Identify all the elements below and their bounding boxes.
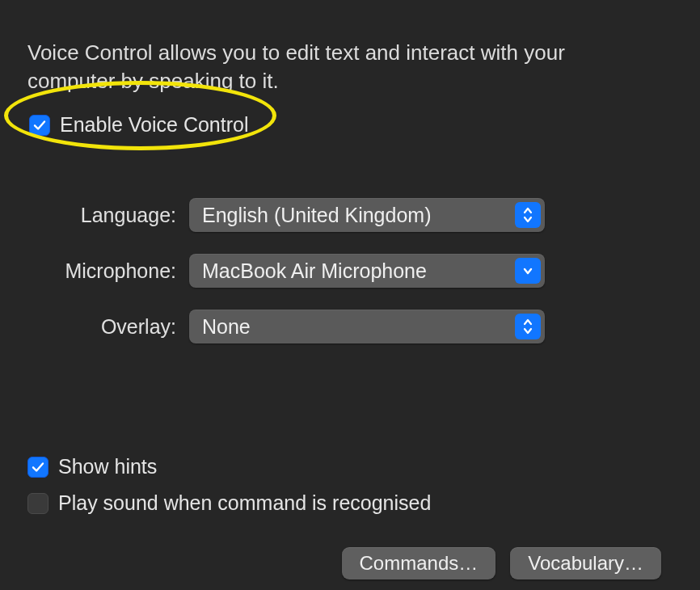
enable-voice-control-row: Enable Voice Control [29, 113, 673, 137]
chevron-down-icon [515, 258, 541, 284]
play-sound-checkbox[interactable] [27, 493, 48, 514]
play-sound-label: Play sound when command is recognised [58, 491, 431, 515]
microphone-row: Microphone: MacBook Air Microphone [27, 254, 673, 288]
updown-icon [515, 202, 541, 228]
overlay-label: Overlay: [27, 315, 189, 339]
language-row: Language: English (United Kingdom) [27, 198, 673, 232]
check-icon [32, 118, 47, 133]
enable-voice-control-checkbox[interactable] [29, 115, 50, 136]
vocabulary-button[interactable]: Vocabulary… [510, 547, 661, 579]
lower-options: Show hints Play sound when command is re… [27, 455, 673, 515]
language-value: English (United Kingdom) [202, 204, 431, 227]
commands-button[interactable]: Commands… [342, 547, 496, 579]
show-hints-label: Show hints [58, 455, 157, 478]
microphone-select[interactable]: MacBook Air Microphone [189, 254, 545, 288]
voice-control-pane: Voice Control allows you to edit text an… [0, 0, 700, 590]
overlay-select[interactable]: None [189, 310, 545, 343]
check-icon [31, 460, 45, 474]
show-hints-checkbox[interactable] [27, 457, 48, 478]
overlay-value: None [202, 315, 251, 339]
microphone-label: Microphone: [27, 259, 189, 283]
microphone-value: MacBook Air Microphone [202, 259, 427, 283]
language-select[interactable]: English (United Kingdom) [189, 198, 545, 232]
form-area: Language: English (United Kingdom) Micro… [27, 198, 673, 343]
intro-text: Voice Control allows you to edit text an… [27, 39, 658, 95]
overlay-row: Overlay: None [27, 310, 673, 343]
button-bar: Commands… Vocabulary… [27, 547, 673, 579]
updown-icon [515, 314, 541, 339]
play-sound-row: Play sound when command is recognised [27, 491, 673, 515]
language-label: Language: [27, 204, 189, 227]
show-hints-row: Show hints [27, 455, 673, 478]
enable-voice-control-label: Enable Voice Control [60, 113, 248, 137]
